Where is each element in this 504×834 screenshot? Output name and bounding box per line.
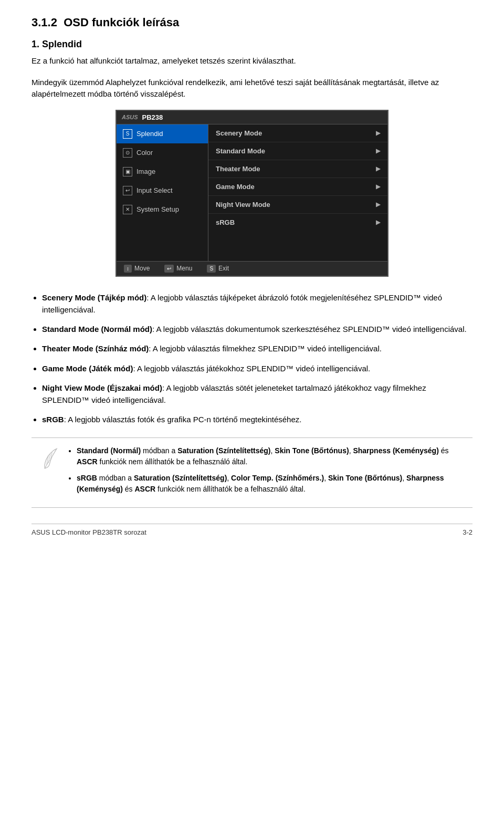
note-list: Standard (Normál) módban a Saturation (S…: [77, 445, 464, 495]
bullet-theater: Theater Mode (Színház mód): A legjobb vá…: [42, 342, 472, 355]
color-label: Color: [136, 149, 153, 157]
page-footer: ASUS LCD-monitor PB238TR sorozat 3-2: [32, 524, 472, 536]
note-content: Standard (Normál) módban a Saturation (S…: [67, 445, 464, 500]
nightview-bold: Night View Mode (Éjszakai mód): [42, 383, 162, 392]
osd-footer: ↕ Move ↩ Menu S Exit: [117, 261, 387, 276]
standard-text: : A legjobb választás dokumentumok szerk…: [152, 325, 467, 333]
footer-right: 3-2: [463, 528, 472, 536]
color-icon: ⊙: [123, 148, 132, 158]
osd-scenery[interactable]: Scenery Mode ▶: [208, 124, 387, 142]
osd-left-color[interactable]: ⊙ Color: [117, 143, 208, 162]
theater-bold: Theater Mode (Színház mód): [42, 344, 149, 353]
game-text: : A legjobb választás játékokhoz SPLENDI…: [133, 364, 370, 373]
scenery-arrow: ▶: [376, 130, 380, 137]
mode-list: Scenery Mode (Tájkép mód): A legjobb vál…: [42, 291, 472, 426]
image-icon: ▣: [123, 167, 132, 176]
bullet-standard: Standard Mode (Normál mód): A legjobb vá…: [42, 323, 472, 335]
theater-arrow: ▶: [376, 165, 380, 172]
menu-icon: ↩: [164, 265, 174, 273]
system-label: System Setup: [136, 205, 179, 213]
note-item-standard: Standard (Normál) módban a Saturation (S…: [77, 445, 464, 467]
nightview-arrow: ▶: [376, 201, 380, 208]
osd-srgb[interactable]: sRGB ▶: [208, 214, 387, 231]
scenery-bold: Scenery Mode (Tájkép mód): [42, 293, 146, 302]
note-srgb-bold: sRGB: [77, 474, 97, 482]
osd-nightview[interactable]: Night View Mode ▶: [208, 196, 387, 214]
intro-para-1: Ez a funkció hat alfunkciót tartalmaz, a…: [32, 55, 472, 67]
menu-label: Menu: [176, 265, 192, 272]
move-label: Move: [134, 265, 150, 272]
osd-exit: S Exit: [207, 265, 229, 273]
osd-menu-btn: ↩ Menu: [164, 265, 192, 273]
splendid-icon: S: [123, 129, 132, 139]
bullet-nightview: Night View Mode (Éjszakai mód): A legjob…: [42, 382, 472, 406]
standard-label: Standard Mode: [216, 147, 265, 155]
note-colortemp-bold: Color Temp. (Színhőmérs.): [231, 474, 324, 482]
splendid-label: Splendid: [136, 130, 163, 138]
scenery-label: Scenery Mode: [216, 129, 262, 137]
bullet-srgb: sRGB: A legjobb választás fotók és grafi…: [42, 413, 472, 425]
osd-standard[interactable]: Standard Mode ▶: [208, 142, 387, 160]
osd-left-input[interactable]: ↩ Input Select: [117, 181, 208, 200]
osd-move: ↕ Move: [124, 265, 150, 273]
note-item-srgb: sRGB módban a Saturation (Színtelítettsé…: [77, 473, 464, 495]
game-label: Game Mode: [216, 183, 255, 191]
bullet-game: Game Mode (Játék mód): A legjobb választ…: [42, 362, 472, 374]
osd-left-panel: S Splendid ⊙ Color ▣ Image ↩ Input Selec…: [117, 124, 208, 261]
srgb-text: : A legjobb választás fotók és grafika P…: [64, 415, 302, 424]
note-saturation1-bold: Saturation (Színtelítettség): [177, 446, 270, 455]
note-skintone2-bold: Skin Tone (Bőrtónus): [328, 474, 402, 482]
exit-icon: S: [207, 265, 216, 273]
srgb-label: sRGB: [216, 218, 235, 226]
note-standard-bold: Standard (Normál): [77, 446, 141, 455]
osd-menu: ASUS PB238 S Splendid ⊙ Color ▣ Image ↩ …: [116, 110, 388, 277]
system-icon: ✕: [123, 205, 132, 214]
osd-theater[interactable]: Theater Mode ▶: [208, 160, 387, 178]
note-skintone1-bold: Skin Tone (Bőrtónus): [275, 446, 349, 455]
asus-logo: ASUS: [122, 114, 138, 120]
osd-left-splendid[interactable]: S Splendid: [117, 124, 208, 143]
exit-label: Exit: [218, 265, 229, 272]
image-label: Image: [136, 168, 155, 175]
theater-text: : A legjobb választás filmekhez SPLENDID…: [149, 344, 382, 353]
game-arrow: ▶: [376, 183, 380, 190]
standard-bold: Standard Mode (Normál mód): [42, 325, 152, 333]
section-title: 3.1.2 OSD funkciók leírása: [32, 16, 472, 29]
theater-label: Theater Mode: [216, 165, 260, 173]
game-bold: Game Mode (Játék mód): [42, 364, 133, 373]
note-ascr1-bold: ASCR: [77, 457, 98, 466]
input-label: Input Select: [136, 186, 173, 194]
input-icon: ↩: [123, 186, 132, 195]
osd-game[interactable]: Game Mode ▶: [208, 178, 387, 196]
osd-header: ASUS PB238: [117, 111, 387, 124]
osd-right-panel: Scenery Mode ▶ Standard Mode ▶ Theater M…: [208, 124, 387, 261]
note-box: Standard (Normál) módban a Saturation (S…: [32, 437, 472, 508]
nightview-label: Night View Mode: [216, 201, 270, 208]
srgb-bold: sRGB: [42, 415, 64, 424]
srgb-arrow: ▶: [376, 219, 380, 226]
splendid-heading: 1. Splendid: [32, 39, 472, 50]
move-icon: ↕: [124, 265, 132, 273]
osd-left-image[interactable]: ▣ Image: [117, 162, 208, 181]
intro-para-2: Mindegyik üzemmód Alaphelyzet funkcióval…: [32, 77, 472, 100]
note-ascr2-bold: ASCR: [135, 485, 156, 493]
bullet-scenery: Scenery Mode (Tájkép mód): A legjobb vál…: [42, 291, 472, 316]
standard-arrow: ▶: [376, 148, 380, 154]
note-saturation2-bold: Saturation (Színtelítettség): [134, 474, 227, 482]
osd-left-system[interactable]: ✕ System Setup: [117, 200, 208, 219]
note-sharpness1-bold: Sharpness (Keménység): [353, 446, 438, 455]
osd-body: S Splendid ⊙ Color ▣ Image ↩ Input Selec…: [117, 124, 387, 261]
osd-model: PB238: [142, 113, 163, 121]
note-feather-icon: [40, 445, 59, 472]
footer-left: ASUS LCD-monitor PB238TR sorozat: [32, 528, 146, 536]
